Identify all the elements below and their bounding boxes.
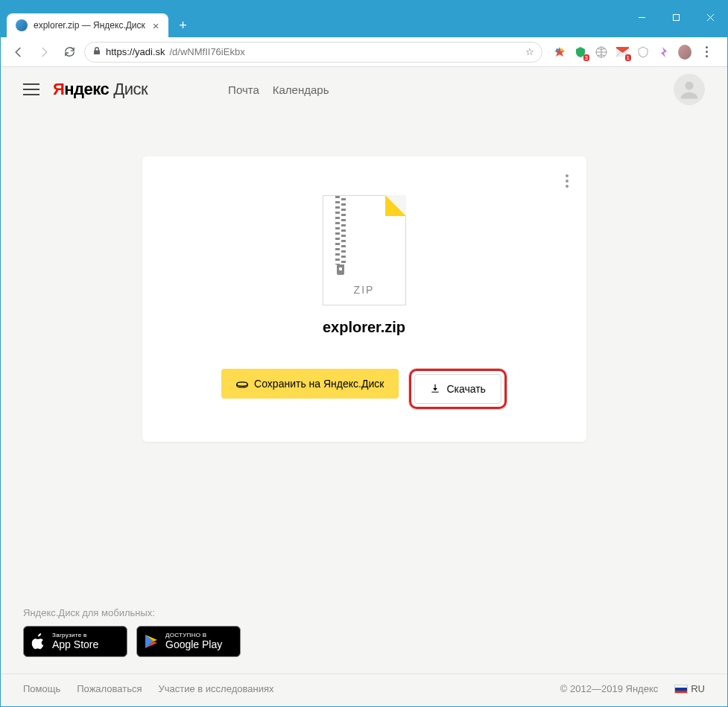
tab-title: explorer.zip — Яндекс.Диск <box>34 20 145 31</box>
title-bar <box>1 1 727 8</box>
extension-shield-icon[interactable] <box>636 45 650 59</box>
file-actions: Сохранить на Яндекс.Диск Скачать <box>166 369 563 409</box>
minimize-button[interactable] <box>624 6 659 28</box>
ru-flag-icon <box>674 685 688 694</box>
page-footer: Яндекс.Диск для мобильных: Загрузите в A… <box>1 607 727 706</box>
nav-calendar[interactable]: Календарь <box>273 83 329 96</box>
extension-badge: 1 <box>625 54 631 61</box>
extension-badge: 3 <box>583 54 589 61</box>
reload-button[interactable] <box>59 42 80 63</box>
svg-point-6 <box>237 381 247 386</box>
svg-point-1 <box>556 48 559 51</box>
download-icon <box>430 383 440 396</box>
appstore-badge[interactable]: Загрузите в App Store <box>23 626 127 657</box>
browser-menu-button[interactable] <box>699 46 714 57</box>
footer-help[interactable]: Помощь <box>23 683 60 694</box>
browser-tab[interactable]: explorer.zip — Яндекс.Диск × <box>7 13 168 37</box>
download-highlight: Скачать <box>409 369 507 409</box>
yandex-disk-logo[interactable]: Яндекс Диск <box>53 80 148 99</box>
svg-rect-0 <box>673 14 679 20</box>
card-menu-button[interactable] <box>563 171 572 191</box>
svg-point-2 <box>560 48 563 51</box>
extension-icon[interactable] <box>553 45 566 59</box>
extension-icons: 3 1 <box>547 45 720 59</box>
yandex-header: Яндекс Диск Почта Календарь <box>1 67 727 112</box>
browser-window: explorer.zip — Яндекс.Диск × + <box>0 0 728 707</box>
nav-mail[interactable]: Почта <box>228 83 259 96</box>
profile-avatar-icon[interactable] <box>678 45 691 59</box>
maximize-button[interactable] <box>659 6 693 28</box>
footer-research[interactable]: Участие в исследованиях <box>159 683 274 694</box>
footer-copyright: © 2012—2019 Яндекс <box>560 683 658 694</box>
file-name: explorer.zip <box>166 319 563 336</box>
favicon-icon <box>16 19 28 31</box>
page-content: Яндекс Диск Почта Календарь ZIP explo <box>1 67 727 706</box>
extension-mail-icon[interactable]: 1 <box>615 45 629 59</box>
tab-close-icon[interactable]: × <box>151 19 161 32</box>
footer-report[interactable]: Пожаловаться <box>77 683 142 694</box>
save-label: Сохранить на Яндекс.Диск <box>254 378 384 390</box>
apple-icon <box>30 633 46 650</box>
new-tab-button[interactable]: + <box>173 15 194 36</box>
download-button[interactable]: Скачать <box>414 374 501 404</box>
extension-adblock-icon[interactable]: 3 <box>574 45 587 59</box>
tab-strip: explorer.zip — Яндекс.Диск × + <box>1 8 727 37</box>
address-bar: https://yadi.sk/d/wNMfII76iEkbx ☆ 3 1 <box>1 37 727 67</box>
footer-row: Помощь Пожаловаться Участие в исследован… <box>23 683 705 694</box>
bookmark-star-icon[interactable]: ☆ <box>525 46 534 57</box>
disk-icon <box>236 378 248 390</box>
user-avatar[interactable] <box>674 74 705 105</box>
back-button[interactable] <box>8 42 29 63</box>
extension-globe-icon[interactable] <box>595 45 608 59</box>
menu-burger-icon[interactable] <box>23 83 39 95</box>
address-field[interactable]: https://yadi.sk/d/wNMfII76iEkbx ☆ <box>84 42 542 63</box>
store-badges: Загрузите в App Store ДОСТУПНО В Google … <box>23 626 705 657</box>
mobile-caption: Яндекс.Диск для мобильных: <box>23 607 705 618</box>
window-controls <box>624 6 727 28</box>
save-to-disk-button[interactable]: Сохранить на Яндекс.Диск <box>221 369 399 399</box>
googleplay-icon <box>143 634 159 649</box>
zip-file-icon: ZIP <box>323 195 406 305</box>
close-window-button[interactable] <box>693 6 727 28</box>
url-host: https://yadi.sk <box>106 46 165 57</box>
download-label: Скачать <box>446 383 486 395</box>
file-card: ZIP explorer.zip Сохранить на Яндекс.Дис… <box>142 156 586 442</box>
language-selector[interactable]: RU <box>674 683 705 694</box>
file-ext-label: ZIP <box>354 284 375 296</box>
header-links: Почта Календарь <box>228 83 329 96</box>
svg-point-4 <box>685 81 693 89</box>
googleplay-badge[interactable]: ДОСТУПНО В Google Play <box>136 626 241 657</box>
extension-spark-icon[interactable] <box>657 45 671 59</box>
url-path: /d/wNMfII76iEkbx <box>169 46 244 57</box>
forward-button[interactable] <box>34 42 54 63</box>
lock-icon <box>92 46 101 58</box>
